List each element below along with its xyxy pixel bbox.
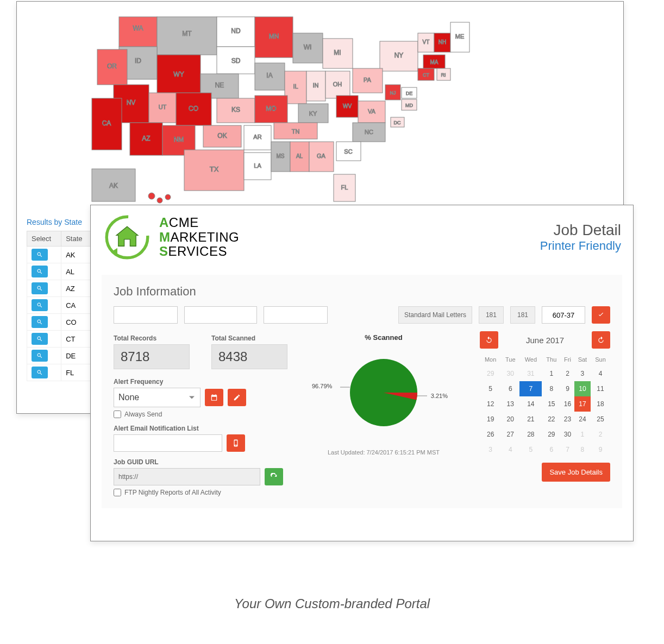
calendar-month-label: June 2017 — [526, 336, 564, 345]
confirm-button[interactable] — [592, 306, 610, 324]
svg-text:GA: GA — [317, 153, 326, 159]
state-view-button[interactable] — [32, 367, 48, 378]
calendar-day[interactable]: 9 — [591, 442, 610, 457]
svg-point-101 — [157, 198, 162, 203]
calendar-day[interactable]: 29 — [480, 366, 501, 381]
calendar-day[interactable]: 3 — [574, 366, 591, 381]
calendar-grid[interactable]: MonTueWedThuFriSatSun 293031123456789101… — [480, 353, 610, 457]
state-view-button[interactable] — [32, 249, 48, 261]
alert-frequency-select[interactable]: None — [114, 388, 201, 407]
svg-text:NM: NM — [174, 136, 184, 143]
svg-text:MD: MD — [405, 103, 413, 108]
calendar-day[interactable]: 30 — [561, 427, 574, 442]
svg-text:KS: KS — [231, 106, 240, 113]
calendar-day[interactable]: 14 — [519, 396, 542, 412]
calendar-day[interactable]: 5 — [480, 381, 501, 396]
job-field-1[interactable] — [114, 306, 178, 324]
job-field-3[interactable] — [264, 306, 328, 324]
state-view-button[interactable] — [32, 282, 48, 294]
svg-text:VT: VT — [423, 39, 430, 45]
calendar-day[interactable]: 2 — [561, 366, 574, 381]
state-view-button[interactable] — [32, 266, 48, 277]
calendar-day[interactable]: 30 — [501, 366, 519, 381]
state-view-button[interactable] — [32, 350, 48, 362]
state-code: AL — [61, 263, 92, 280]
save-job-details-button[interactable]: Save Job Details — [542, 463, 610, 482]
calendar-day[interactable]: 1 — [542, 366, 561, 381]
table-row: CA — [27, 297, 93, 314]
calendar-day[interactable]: 10 — [574, 381, 591, 396]
calendar-day[interactable]: 25 — [591, 412, 610, 427]
calendar-day[interactable]: 20 — [501, 412, 519, 427]
mail-type-badge: Standard Mail Letters — [398, 306, 472, 324]
state-results-table: Select State AKALAZCACOCTDEFL — [27, 231, 93, 381]
printer-friendly-link[interactable]: Printer Friendly — [540, 239, 621, 253]
job-guid-input[interactable] — [114, 468, 260, 485]
alert-calendar-button[interactable] — [205, 389, 223, 406]
calendar-day[interactable]: 11 — [591, 381, 610, 396]
calendar-day[interactable]: 12 — [480, 396, 501, 412]
alert-email-button[interactable] — [227, 434, 245, 452]
dow-header: Sun — [591, 353, 610, 366]
dow-header: Sat — [574, 353, 591, 366]
search-icon — [36, 352, 43, 359]
last-updated-text: Last Updated: 7/24/2017 6:15:21 PM MST — [300, 449, 467, 456]
search-icon — [36, 319, 43, 325]
state-view-button[interactable] — [32, 299, 48, 311]
promo-caption: Your Own Custom-branded Portal — [0, 596, 664, 611]
check-icon — [597, 311, 605, 319]
always-send-checkbox[interactable] — [114, 411, 121, 418]
svg-text:AL: AL — [296, 153, 303, 159]
calendar-day[interactable]: 8 — [542, 381, 561, 396]
alert-edit-button[interactable] — [228, 389, 246, 406]
calendar-day[interactable]: 16 — [561, 396, 574, 412]
calendar-day[interactable]: 1 — [574, 427, 591, 442]
pie-remaining-pct-label: 3.21% — [431, 393, 448, 399]
ftp-reports-checkbox[interactable] — [114, 489, 121, 496]
state-code: CO — [61, 314, 92, 331]
calendar-day[interactable]: 21 — [519, 412, 542, 427]
always-send-checkbox-row[interactable]: Always Send — [114, 411, 287, 418]
calendar-day[interactable]: 17 — [574, 396, 591, 412]
calendar-day[interactable]: 4 — [591, 366, 610, 381]
svg-marker-104 — [116, 226, 138, 246]
calendar-prev-button[interactable] — [480, 331, 498, 349]
calendar-day[interactable]: 4 — [501, 442, 519, 457]
calendar-day[interactable]: 19 — [480, 412, 501, 427]
calendar-day[interactable]: 3 — [480, 442, 501, 457]
search-icon — [36, 302, 43, 308]
ftp-reports-checkbox-row[interactable]: FTP Nightly Reports of All Activity — [114, 489, 287, 496]
calendar-day[interactable]: 5 — [519, 442, 542, 457]
calendar-day[interactable]: 6 — [501, 381, 519, 396]
calendar-day[interactable]: 26 — [480, 427, 501, 442]
calendar-next-button[interactable] — [592, 331, 610, 349]
svg-text:VA: VA — [368, 108, 376, 115]
calendar-day[interactable]: 13 — [501, 396, 519, 412]
svg-text:WA: WA — [133, 24, 143, 32]
job-code-input[interactable] — [542, 306, 585, 324]
calendar-day[interactable]: 29 — [542, 427, 561, 442]
calendar-day[interactable]: 28 — [519, 427, 542, 442]
svg-text:MT: MT — [182, 30, 192, 37]
calendar-day[interactable]: 18 — [591, 396, 610, 412]
us-choropleth-map[interactable]: WA MT ND MN ID SD WI MI NY VT NH ME OR W… — [27, 11, 613, 212]
calendar-day[interactable]: 24 — [574, 412, 591, 427]
calendar-day[interactable]: 2 — [591, 427, 610, 442]
svg-text:TX: TX — [210, 165, 219, 173]
calendar-day[interactable]: 15 — [542, 396, 561, 412]
calendar-day[interactable]: 27 — [501, 427, 519, 442]
calendar-day[interactable]: 6 — [542, 442, 561, 457]
calendar-day[interactable]: 9 — [561, 381, 574, 396]
alert-email-input[interactable] — [114, 434, 222, 452]
state-view-button[interactable] — [32, 316, 48, 328]
calendar-day[interactable]: 7 — [561, 442, 574, 457]
calendar-day[interactable]: 23 — [561, 412, 574, 427]
calendar-day[interactable]: 8 — [574, 442, 591, 457]
calendar-day[interactable]: 7 — [519, 381, 542, 396]
svg-text:CT: CT — [423, 72, 429, 78]
calendar-day[interactable]: 31 — [519, 366, 542, 381]
job-field-2[interactable] — [184, 306, 257, 324]
state-view-button[interactable] — [32, 333, 48, 345]
guid-refresh-button[interactable] — [265, 468, 283, 485]
calendar-day[interactable]: 22 — [542, 412, 561, 427]
